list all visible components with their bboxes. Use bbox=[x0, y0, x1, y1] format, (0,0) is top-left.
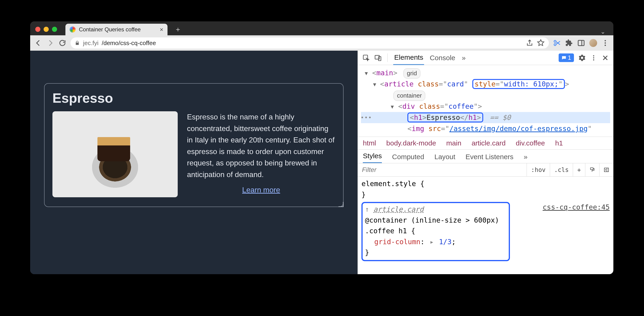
img-src[interactable]: /assets/img/demo/cof-espresso.jpg bbox=[449, 124, 588, 133]
svg-point-4 bbox=[604, 42, 606, 44]
bookmark-button[interactable] bbox=[537, 39, 545, 47]
learn-more-link[interactable]: Learn more bbox=[242, 186, 280, 194]
subtab-layout[interactable]: Layout bbox=[434, 153, 455, 163]
svg-rect-12 bbox=[590, 168, 593, 170]
minimize-window-button[interactable] bbox=[44, 27, 49, 32]
extensions-button[interactable] bbox=[565, 39, 573, 47]
chat-icon bbox=[562, 55, 566, 60]
svg-point-5 bbox=[604, 45, 606, 46]
inspect-element-button[interactable] bbox=[362, 54, 370, 62]
rule-close-brace: } bbox=[365, 247, 506, 258]
crumb-html[interactable]: html bbox=[363, 139, 376, 147]
hov-toggle[interactable]: :hov bbox=[526, 163, 550, 176]
rule-element-style[interactable]: element.style { bbox=[362, 179, 610, 189]
reload-button[interactable] bbox=[58, 39, 66, 47]
expand-shorthand-icon[interactable]: ▸ bbox=[430, 238, 434, 246]
dom-node-img[interactable]: <img src="/assets/img/demo/cof-espresso.… bbox=[361, 123, 610, 134]
dom-node-main[interactable]: ▼ <main> grid bbox=[361, 67, 610, 79]
subtab-computed[interactable]: Computed bbox=[392, 153, 424, 163]
tab-console[interactable]: Console bbox=[429, 51, 456, 65]
rule-value[interactable]: 1/3 bbox=[439, 238, 452, 246]
close-tab-button[interactable]: × bbox=[160, 26, 163, 33]
browser-tab[interactable]: Container Queries coffee × bbox=[66, 24, 168, 35]
dom-node-div[interactable]: ▼ <div class="coffee"> bbox=[361, 101, 610, 112]
badge-container[interactable]: container bbox=[394, 91, 425, 101]
dom-tree[interactable]: ▼ <main> grid ▼ <article class="card" st… bbox=[358, 65, 614, 137]
div-class: coffee bbox=[448, 102, 474, 110]
issues-count: 1 bbox=[568, 54, 571, 61]
svg-point-10 bbox=[593, 57, 594, 58]
rule-property[interactable]: grid-column bbox=[374, 238, 420, 246]
svg-rect-2 bbox=[578, 40, 584, 46]
svg-point-11 bbox=[593, 59, 594, 60]
subtab-event-listeners[interactable]: Event Listeners bbox=[466, 153, 514, 163]
rule-source-link[interactable]: css-cq-coffee:45 bbox=[542, 202, 610, 213]
devtools-menu-button[interactable] bbox=[590, 54, 597, 61]
styles-filter-input[interactable] bbox=[358, 163, 526, 176]
forward-button[interactable] bbox=[46, 39, 54, 47]
favicon-icon bbox=[70, 27, 76, 33]
cls-toggle[interactable]: .cls bbox=[550, 163, 573, 176]
subtab-more[interactable]: » bbox=[524, 153, 528, 163]
profile-avatar[interactable] bbox=[589, 39, 597, 47]
tab-elements[interactable]: Elements bbox=[393, 51, 424, 65]
card-description: Espresso is the name of a highly concent… bbox=[187, 111, 335, 181]
computed-sidebar-toggle[interactable] bbox=[599, 163, 614, 176]
card-body: Espresso is the name of a highly concent… bbox=[52, 111, 335, 197]
close-window-button[interactable] bbox=[35, 27, 40, 32]
share-button[interactable] bbox=[526, 39, 534, 47]
article-style-value: width: 610px; bbox=[504, 80, 558, 88]
maximize-window-button[interactable] bbox=[52, 27, 57, 32]
learn-more-row: Learn more bbox=[187, 186, 335, 194]
svg-rect-8 bbox=[378, 56, 381, 60]
tab-more[interactable]: » bbox=[461, 51, 467, 65]
tabs-dropdown-button[interactable]: ⌄ bbox=[600, 28, 610, 35]
dom-node-article[interactable]: ▼ <article class="card" style="width: 61… bbox=[361, 79, 610, 90]
new-style-rule-button[interactable]: + bbox=[573, 163, 585, 176]
resize-handle[interactable] bbox=[338, 202, 344, 207]
crumb-main[interactable]: main bbox=[446, 139, 462, 147]
devtools-panel: Elements Console » 1 bbox=[358, 51, 614, 274]
crumb-h1[interactable]: h1 bbox=[555, 139, 563, 147]
container-query-text: @container (inline-size > 600px) bbox=[365, 215, 506, 226]
dom-breadcrumb: html body.dark-mode main article.card di… bbox=[358, 137, 614, 150]
container-badge-row: container bbox=[361, 90, 610, 101]
window-controls bbox=[35, 27, 57, 32]
new-tab-button[interactable]: ＋ bbox=[170, 25, 186, 34]
issues-badge[interactable]: 1 bbox=[559, 53, 574, 62]
crumb-body[interactable]: body.dark-mode bbox=[386, 139, 436, 147]
devtools-tabs: Elements Console » 1 bbox=[358, 51, 614, 65]
device-toolbar-button[interactable] bbox=[374, 54, 382, 62]
tab-title: Container Queries coffee bbox=[79, 26, 140, 33]
rule-selector: .coffee h1 { bbox=[365, 226, 506, 237]
h1-text: Espresso bbox=[427, 113, 460, 121]
svg-rect-13 bbox=[604, 168, 608, 172]
lock-icon bbox=[75, 40, 80, 46]
styles-filter-row: :hov .cls + bbox=[358, 163, 614, 177]
crumb-div[interactable]: div.coffee bbox=[516, 139, 545, 147]
paint-icon[interactable] bbox=[585, 163, 599, 176]
highlighted-container-rule: ↑ article.card @container (inline-size >… bbox=[362, 202, 510, 261]
side-panel-button[interactable] bbox=[577, 39, 585, 47]
badge-grid[interactable]: grid bbox=[404, 68, 420, 79]
coffee-card: Espresso Espresso is the name of a highl… bbox=[44, 83, 344, 207]
url-box[interactable]: jec.fyi/demo/css-cq-coffee bbox=[70, 37, 549, 49]
coffee-image bbox=[52, 111, 178, 197]
highlighted-style-attr: style="width: 610px;" bbox=[472, 79, 565, 89]
dom-node-h1-selected[interactable]: <h1>Espresso</h1> == $0 bbox=[361, 112, 610, 123]
container-target-link[interactable]: article.card bbox=[373, 205, 424, 213]
card-heading: Espresso bbox=[52, 90, 335, 106]
address-bar: jec.fyi/demo/css-cq-coffee bbox=[30, 35, 614, 51]
content-row: Espresso Espresso is the name of a highl… bbox=[30, 51, 614, 274]
close-devtools-button[interactable] bbox=[602, 54, 609, 61]
url-path: /demo/css-cq-coffee bbox=[102, 40, 156, 47]
scissors-icon[interactable] bbox=[553, 39, 561, 47]
chrome-menu-button[interactable] bbox=[601, 39, 609, 47]
settings-button[interactable] bbox=[578, 54, 586, 61]
article-class: card bbox=[447, 80, 464, 88]
back-button[interactable] bbox=[34, 39, 42, 47]
crumb-article[interactable]: article.card bbox=[472, 139, 506, 147]
subtab-styles[interactable]: Styles bbox=[363, 152, 382, 163]
url-host: jec.fyi bbox=[83, 40, 98, 47]
selected-node-indicator: == $0 bbox=[490, 113, 510, 121]
